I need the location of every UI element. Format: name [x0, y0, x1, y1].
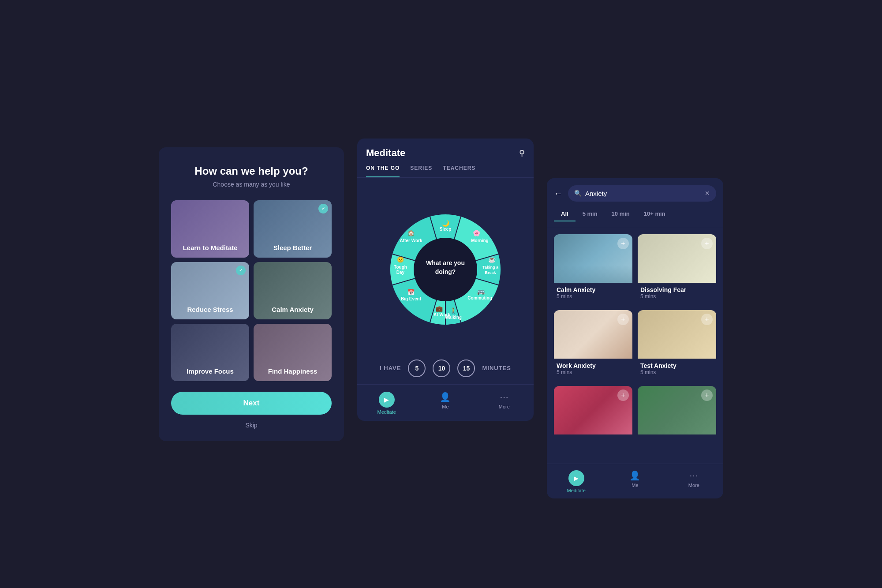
minutes-prefix: I HAVE	[380, 365, 401, 371]
segment-label-big-event: Big Event	[401, 296, 422, 301]
nav-meditate-label: Meditate	[377, 409, 396, 415]
test-anxiety-image: +	[638, 310, 716, 359]
filter-tabs: All 5 min 10 min 10+ min	[547, 207, 723, 227]
test-anxiety-duration: 5 mins	[640, 369, 714, 375]
minute-10[interactable]: 10	[433, 360, 450, 377]
wheel-center-text-1: What are you	[426, 259, 465, 266]
minute-15[interactable]: 15	[457, 360, 475, 377]
screen-meditate: Meditate ⚲ ON THE GO SERIES TEACHERS	[357, 139, 534, 421]
minute-5[interactable]: 5	[408, 360, 426, 377]
meditate-header: Meditate ⚲	[357, 139, 534, 159]
screens-container: How can we help you? Choose as many as y…	[159, 125, 723, 463]
work-anxiety-duration: 5 mins	[557, 369, 630, 375]
calm-anxiety-title: Calm Anxiety	[557, 286, 630, 293]
result-6-add[interactable]: +	[701, 390, 713, 401]
screen3-meditate-icon: ▶	[568, 470, 584, 486]
nav-more[interactable]: ⋯ More	[475, 389, 534, 415]
segment-icon-walking: 🚶	[450, 307, 457, 315]
result-test-anxiety[interactable]: + Test Anxiety 5 mins	[638, 310, 716, 381]
filter-all[interactable]: All	[554, 207, 576, 221]
segment-icon-break: ☕	[488, 256, 496, 263]
dissolving-fear-image: +	[638, 234, 716, 283]
nav-me[interactable]: 👤 Me	[416, 389, 475, 415]
screen3-nav-me-label: Me	[632, 483, 638, 488]
skip-link[interactable]: Skip	[245, 422, 257, 429]
screen3-nav-more[interactable]: ⋯ More	[665, 468, 723, 493]
segment-label-at-work: At Work	[434, 312, 451, 317]
option-sleep[interactable]: ✓ Sleep Better	[254, 200, 332, 258]
back-button[interactable]: ←	[554, 188, 563, 198]
result-5[interactable]: +	[554, 386, 632, 457]
result-dissolving-fear[interactable]: + Dissolving Fear 5 mins	[638, 234, 716, 305]
screen2-nav: ▶ Meditate 👤 Me ⋯ More	[357, 384, 534, 421]
result-5-add[interactable]: +	[617, 390, 629, 401]
more-nav-icon: ⋯	[500, 392, 508, 402]
option-sleep-label: Sleep Better	[273, 244, 312, 251]
nav-me-label: Me	[442, 404, 448, 409]
segment-label-sleep: Sleep	[440, 227, 452, 232]
tab-teachers[interactable]: TEACHERS	[443, 165, 475, 177]
calm-anxiety-image: +	[554, 234, 632, 283]
minutes-row: I HAVE 5 10 15 MINUTES	[357, 352, 534, 384]
nav-more-label: More	[499, 404, 510, 409]
search-bar[interactable]: 🔍 ✕	[568, 185, 716, 202]
screen3-me-icon: 👤	[629, 470, 640, 481]
result-calm-anxiety[interactable]: + Calm Anxiety 5 mins	[554, 234, 632, 305]
results-grid: + Calm Anxiety 5 mins + Dissolving Fear …	[547, 227, 723, 464]
option-learn-label: Learn to Meditate	[183, 244, 237, 251]
screen-onboarding: How can we help you? Choose as many as y…	[159, 147, 344, 441]
search-clear-button[interactable]: ✕	[705, 190, 710, 197]
onboarding-subtitle: Choose as many as you like	[213, 181, 290, 188]
option-focus[interactable]: Improve Focus	[171, 324, 249, 381]
activity-wheel-container: What are you doing? Sleep 🌙 Morning 🌸 Ta…	[357, 178, 534, 352]
search-icon: ⚲	[519, 149, 525, 157]
filter-5min[interactable]: 5 min	[576, 207, 605, 221]
segment-icon-big-event: 📅	[407, 288, 415, 296]
segment-icon-tough-day: 😟	[397, 256, 404, 263]
segment-icon-commuting: 🚌	[477, 288, 485, 295]
next-button[interactable]: Next	[171, 392, 332, 415]
tab-series[interactable]: SERIES	[410, 165, 432, 177]
screen-search: ← 🔍 ✕ All 5 min 10 min 10+ min + Calm An…	[547, 178, 723, 498]
option-calm-label: Calm Anxiety	[272, 306, 313, 313]
option-learn[interactable]: Learn to Meditate	[171, 200, 249, 258]
dissolving-fear-add[interactable]: +	[701, 238, 713, 249]
filter-10plus[interactable]: 10+ min	[637, 207, 673, 221]
work-anxiety-info: Work Anxiety 5 mins	[554, 359, 632, 377]
options-grid: Learn to Meditate ✓ Sleep Better ✓ Reduc…	[171, 200, 332, 381]
search-bar-icon: 🔍	[574, 190, 582, 197]
segment-label-morning: Morning	[471, 238, 488, 243]
segment-label-tough-2: Day	[396, 270, 405, 275]
work-anxiety-title: Work Anxiety	[557, 362, 630, 369]
wheel-center-text-2: doing?	[435, 268, 456, 275]
result-work-anxiety[interactable]: + Work Anxiety 5 mins	[554, 310, 632, 381]
segment-label-tough-1: Tough	[394, 265, 407, 270]
dissolving-fear-info: Dissolving Fear 5 mins	[638, 283, 716, 301]
option-calm[interactable]: Calm Anxiety	[254, 262, 332, 319]
option-focus-label: Improve Focus	[187, 367, 234, 375]
nav-meditate[interactable]: ▶ Meditate	[357, 389, 416, 415]
search-input[interactable]	[585, 190, 701, 197]
work-anxiety-add[interactable]: +	[617, 314, 629, 325]
filter-10min[interactable]: 10 min	[605, 207, 637, 221]
option-reduce[interactable]: ✓ Reduce Stress	[171, 262, 249, 319]
activity-wheel[interactable]: What are you doing? Sleep 🌙 Morning 🌸 Ta…	[379, 203, 512, 336]
tab-on-the-go[interactable]: ON THE GO	[366, 165, 400, 177]
calm-anxiety-duration: 5 mins	[557, 293, 630, 300]
option-happiness[interactable]: Find Happiness	[254, 324, 332, 381]
sleep-check: ✓	[318, 204, 328, 213]
onboarding-title: How can we help you?	[194, 165, 308, 177]
work-anxiety-image: +	[554, 310, 632, 359]
result-6[interactable]: +	[638, 386, 716, 457]
screen3-nav-meditate-label: Meditate	[567, 488, 586, 493]
screen3-nav-meditate[interactable]: ▶ Meditate	[547, 468, 605, 493]
segment-label-break-2: Break	[485, 270, 496, 275]
segment-icon-at-work: 💼	[436, 305, 443, 312]
segment-icon-morning: 🌸	[473, 229, 481, 237]
dissolving-fear-title: Dissolving Fear	[640, 286, 714, 293]
screen3-nav-me[interactable]: 👤 Me	[605, 468, 664, 493]
calm-anxiety-add[interactable]: +	[617, 238, 629, 249]
test-anxiety-add[interactable]: +	[701, 314, 713, 325]
calm-anxiety-info: Calm Anxiety 5 mins	[554, 283, 632, 301]
meditate-search-button[interactable]: ⚲	[519, 148, 525, 158]
